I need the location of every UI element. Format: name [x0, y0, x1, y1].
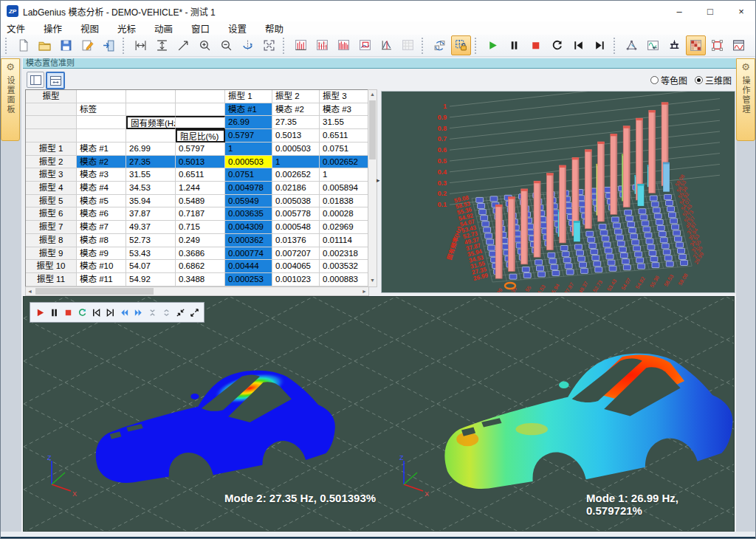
table-cell-r4c1[interactable]: 模态 #1 [77, 143, 126, 156]
fit-view-button[interactable] [259, 35, 279, 55]
table-cell-r11c3[interactable]: 0.249 [176, 234, 225, 247]
mac-matrix-view-button[interactable] [686, 35, 706, 55]
table-cell-r14c4[interactable]: 0.000253 [225, 273, 272, 286]
menu-item-0[interactable]: 文件 [7, 21, 25, 35]
table-cell-r2c4[interactable]: 26.99 [225, 116, 272, 129]
cursor-horizontal-button[interactable] [131, 35, 151, 55]
refresh-layout-button[interactable] [430, 35, 450, 55]
edit-button[interactable] [78, 35, 97, 55]
table-cell-r13c0[interactable]: 振型 10 [26, 260, 77, 273]
table-cell-r10c6[interactable]: 0.02969 [320, 221, 368, 234]
table-cell-r5c4[interactable]: 0.000503 [225, 156, 272, 169]
anim-pause-button[interactable] [48, 306, 60, 318]
anim-slower-button[interactable] [118, 306, 130, 318]
table-cell-r3c5[interactable]: 0.5013 [272, 129, 320, 143]
table-cell-r1c4[interactable]: 模态 #1 [225, 103, 272, 117]
deform-shape-button[interactable] [707, 35, 727, 55]
table-cell-r5c6[interactable]: 0.002652 [320, 156, 368, 169]
table-cell-r11c1[interactable]: 模态 #8 [77, 234, 126, 247]
cursor-vertical-button[interactable] [152, 35, 172, 55]
table-cell-r7c5[interactable]: 0.02186 [272, 182, 320, 195]
table-cell-r2c6[interactable]: 31.55 [320, 116, 368, 129]
table-cell-r13c4[interactable]: 0.00444 [225, 260, 272, 273]
table-cell-r2c5[interactable]: 27.35 [272, 116, 320, 129]
table-cell-r4c5[interactable]: 0.000503 [272, 143, 320, 156]
table-cell-r6c3[interactable]: 0.6511 [176, 168, 225, 182]
geometry-view-button[interactable] [622, 35, 642, 55]
expand-view-button[interactable] [188, 306, 200, 318]
table-cell-r3c6[interactable]: 0.6511 [320, 129, 368, 143]
anim-first-frame-button[interactable] [90, 306, 102, 318]
exit-door-button[interactable] [99, 35, 119, 55]
table-cell-r12c1[interactable]: 模态 #9 [77, 247, 126, 261]
table-cell-r14c6[interactable]: 0.000883 [320, 273, 368, 286]
table-cell-r14c0[interactable]: 振型 11 [26, 273, 77, 286]
table-cell-r10c2[interactable]: 49.37 [126, 221, 176, 234]
menu-item-4[interactable]: 动画 [154, 21, 173, 35]
shrink-view-button[interactable] [174, 306, 186, 318]
peak-cursor-chart-button[interactable] [377, 35, 396, 55]
table-cell-r13c5[interactable]: 0.004065 [272, 260, 320, 273]
menu-item-6[interactable]: 设置 [228, 21, 247, 35]
table-cell-r3c3[interactable]: 阻尼比(%) [176, 129, 225, 143]
table-cell-r0c1[interactable] [77, 90, 126, 103]
spectrum-chart-button[interactable] [291, 35, 311, 55]
lock-layout-button[interactable] [451, 35, 471, 55]
table-cell-r14c1[interactable]: 模态 #11 [77, 273, 126, 286]
table-cell-r9c2[interactable]: 37.87 [126, 207, 176, 221]
menu-item-5[interactable]: 窗口 [191, 21, 210, 35]
maximize-button[interactable]: □ [695, 1, 726, 21]
shaker-view-button[interactable] [664, 35, 684, 55]
table-cell-r5c1[interactable]: 模态 #2 [77, 156, 126, 169]
waveform-view-button[interactable] [643, 35, 663, 55]
step-back-button[interactable] [568, 35, 588, 55]
table-cell-r8c2[interactable]: 35.94 [126, 195, 176, 208]
table-cell-r2c0[interactable] [26, 116, 77, 129]
close-button[interactable]: × [726, 1, 756, 21]
table-cell-r7c1[interactable]: 模态 #4 [77, 182, 126, 195]
table-cell-r5c3[interactable]: 0.5013 [176, 156, 225, 169]
table-cell-r13c1[interactable]: 模态 #10 [77, 260, 126, 273]
table-cell-r9c1[interactable]: 模态 #6 [77, 207, 126, 221]
table-cell-r11c6[interactable]: 0.01114 [320, 234, 368, 247]
table-cell-r0c3[interactable] [176, 90, 225, 103]
mac-plot-svg[interactable]: 10.90.80.70.60.50.40.30.20.126.9927.3531… [381, 91, 735, 293]
disabled-chart-button[interactable] [398, 35, 418, 55]
anim-loop-button[interactable] [76, 306, 88, 318]
table-cell-r11c2[interactable]: 52.73 [126, 234, 176, 247]
scroll-down-icon[interactable]: ▼ [370, 277, 375, 284]
table-cell-r2c2[interactable]: 固有频率(Hz) [126, 116, 176, 129]
table-cell-r1c5[interactable]: 模态 #2 [272, 103, 320, 117]
table-cell-r9c4[interactable]: 0.003635 [225, 207, 272, 221]
table-cell-r0c2[interactable] [126, 90, 176, 103]
table-cell-r1c2[interactable] [126, 103, 176, 117]
table-cell-r1c6[interactable]: 模态 #3 [320, 103, 368, 117]
table-cell-r8c4[interactable]: 0.05949 [225, 195, 272, 208]
table-cell-r11c4[interactable]: 0.000362 [225, 234, 272, 247]
minimize-button[interactable]: – [664, 1, 695, 21]
table-cell-r14c3[interactable]: 0.3488 [176, 273, 225, 286]
table-cell-r3c1[interactable] [77, 129, 126, 143]
table-cell-r8c5[interactable]: 0.005038 [272, 195, 320, 208]
table-cell-r12c2[interactable]: 53.43 [126, 247, 176, 261]
table-cell-r13c6[interactable]: 0.003532 [320, 260, 368, 273]
radio-contour-icon[interactable] [650, 76, 659, 84]
table-cell-r6c2[interactable]: 31.55 [126, 168, 176, 182]
stop-button[interactable] [526, 35, 546, 55]
band-cursor-chart-button[interactable] [355, 35, 375, 55]
table-cell-r0c0[interactable]: 振型 [26, 90, 77, 103]
table-cell-r9c0[interactable]: 振型 6 [26, 207, 77, 221]
table-cell-r14c2[interactable]: 54.92 [126, 273, 176, 286]
zoom-out-button[interactable] [216, 35, 236, 55]
table-cell-r5c5[interactable]: 1 [272, 156, 320, 169]
table-cell-r6c6[interactable]: 1 [320, 168, 368, 182]
scroll-up-icon[interactable]: ▲ [370, 91, 375, 98]
table-cell-r9c5[interactable]: 0.005778 [272, 207, 320, 221]
anim-faster-button[interactable] [132, 306, 144, 318]
table-cell-r14c5[interactable]: 0.001023 [272, 273, 320, 286]
table-cell-r7c2[interactable]: 34.53 [126, 182, 176, 195]
table-cell-r10c0[interactable]: 振型 7 [26, 221, 77, 234]
animation-viewport[interactable]: ZX ZX Mode 2: 27.35 Hz, 0.501393% Mode 1… [23, 296, 735, 532]
table-cell-r10c4[interactable]: 0.004309 [225, 221, 272, 234]
table-cell-r3c4[interactable]: 0.5797 [225, 129, 272, 143]
